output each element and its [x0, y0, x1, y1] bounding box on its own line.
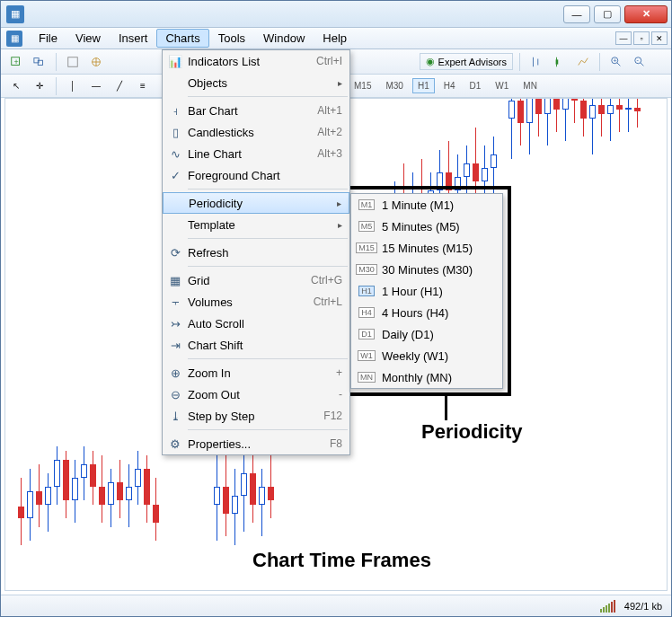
mdi-restore-button[interactable]: ▫ — [633, 31, 650, 45]
maximize-button[interactable]: ▢ — [594, 5, 621, 23]
menu-item-label: Bar Chart — [188, 104, 303, 118]
callout-connector — [445, 395, 447, 420]
submenu-item-label: Weekly (W1) — [382, 349, 448, 363]
candlestick-icon[interactable] — [550, 52, 570, 72]
app-icon: ▦ — [6, 5, 24, 23]
mdi-minimize-button[interactable]: — — [615, 31, 632, 45]
charts-menu-grid[interactable]: ▦GridCtrl+G — [163, 269, 349, 291]
menu-file[interactable]: File — [30, 29, 66, 48]
submenu-item-label: Monthly (MN) — [382, 371, 452, 384]
menu-separator — [188, 266, 348, 267]
zoom-out-icon[interactable]: - — [630, 52, 650, 72]
channel-icon[interactable]: ≡ — [133, 76, 153, 96]
submenu-item-label: 4 Hours (H4) — [382, 306, 448, 320]
periodicity-m30[interactable]: M3030 Minutes (M30) — [351, 259, 502, 280]
periodicity-w1[interactable]: W1Weekly (W1) — [351, 345, 502, 366]
vertical-line-icon[interactable]: │ — [63, 76, 83, 96]
zoom-in-icon[interactable]: + — [606, 52, 626, 72]
charts-menu-zoom-in[interactable]: ⊕Zoom In+ — [163, 362, 349, 383]
close-button[interactable]: ✕ — [624, 5, 668, 23]
menu-item-label: Zoom Out — [188, 388, 324, 401]
title-bar: ▦ — ▢ ✕ — [1, 1, 671, 28]
menu-shortcut: F8 — [315, 437, 342, 450]
zoomin-icon: ⊕ — [163, 366, 188, 380]
charts-menu-indicators-list[interactable]: 📊Indicators ListCtrl+I — [163, 50, 349, 72]
tf-m15-button[interactable]: M15 — [349, 78, 376, 93]
menu-item-label: Periodicity — [189, 197, 337, 210]
submenu-item-label: Daily (D1) — [382, 328, 434, 341]
charts-menu-refresh[interactable]: ⟳Refresh — [163, 242, 349, 263]
menu-item-label: Objects — [188, 76, 338, 90]
tf-mn-button[interactable]: MN — [517, 78, 543, 93]
charts-menu-periodicity[interactable]: Periodicity▸ — [163, 192, 349, 214]
charts-menu-zoom-out[interactable]: ⊖Zoom Out- — [163, 383, 349, 405]
crosshair-tool-icon[interactable]: ✛ — [30, 76, 49, 96]
volumes-icon: ⫟ — [163, 295, 188, 309]
menu-shortcut: Ctrl+G — [296, 274, 342, 286]
mdi-close-button[interactable]: ✕ — [651, 31, 668, 45]
menu-tools[interactable]: Tools — [209, 29, 254, 48]
charts-menu-foreground-chart[interactable]: ✓Foreground Chart — [163, 164, 349, 186]
horizontal-line-icon[interactable]: — — [86, 76, 106, 96]
minimize-button[interactable]: — — [563, 5, 590, 23]
charts-menu-chart-shift[interactable]: ⇥Chart Shift — [163, 334, 349, 356]
menu-shortcut: - — [324, 388, 342, 401]
menu-item-label: Volumes — [188, 295, 299, 309]
tf-h1-button[interactable]: H1 — [412, 78, 435, 93]
menu-charts[interactable]: Charts — [156, 29, 208, 48]
expert-advisors-button[interactable]: ◉ Expert Advisors — [420, 53, 513, 70]
cursor-tool-icon[interactable]: ↖ — [6, 76, 26, 96]
navigator-button[interactable] — [86, 52, 106, 72]
charts-menu-line-chart[interactable]: ∿Line ChartAlt+3 — [163, 143, 349, 164]
menu-shortcut: + — [322, 366, 342, 379]
submenu-item-label: 15 Minutes (M15) — [382, 242, 473, 255]
charts-menu-bar-chart[interactable]: ⫞Bar ChartAlt+1 — [163, 100, 349, 121]
submenu-item-label: 30 Minutes (M30) — [382, 263, 473, 277]
menu-shortcut: Alt+1 — [303, 104, 342, 117]
market-watch-button[interactable] — [63, 52, 83, 72]
zoomout-icon: ⊖ — [163, 388, 188, 401]
submenu-arrow-icon: ▸ — [338, 78, 342, 88]
autoscroll-icon: ↣ — [163, 317, 188, 331]
timeframe-badge-icon: H4 — [351, 307, 382, 318]
bar-icon: ⫞ — [163, 104, 188, 118]
expert-advisors-icon: ◉ — [426, 56, 435, 67]
charts-menu-auto-scroll[interactable]: ↣Auto Scroll — [163, 313, 349, 334]
timeframe-badge-icon: D1 — [351, 329, 382, 339]
periodicity-mn[interactable]: MNMonthly (MN) — [351, 366, 502, 388]
new-chart-button[interactable]: + — [6, 52, 26, 72]
menu-item-label: Indicators List — [188, 55, 302, 68]
tf-w1-button[interactable]: W1 — [490, 78, 514, 93]
profiles-button[interactable] — [30, 52, 49, 72]
tf-d1-button[interactable]: D1 — [464, 78, 487, 93]
tf-h4-button[interactable]: H4 — [438, 78, 461, 93]
svg-rect-4 — [68, 57, 78, 66]
periodicity-submenu: M11 Minute (M1)M55 Minutes (M5)M1515 Min… — [350, 193, 503, 389]
periodicity-d1[interactable]: D1Daily (D1) — [351, 323, 502, 345]
tf-m30-button[interactable]: M30 — [380, 78, 408, 93]
menu-separator — [188, 358, 348, 359]
charts-menu-template[interactable]: Template▸ — [163, 214, 349, 235]
charts-menu-objects[interactable]: Objects▸ — [163, 72, 349, 93]
menu-insert[interactable]: Insert — [110, 29, 157, 48]
menu-help[interactable]: Help — [314, 29, 356, 48]
periodicity-m1[interactable]: M11 Minute (M1) — [351, 194, 502, 216]
periodicity-h4[interactable]: H44 Hours (H4) — [351, 302, 502, 323]
timeframe-badge-icon: M30 — [351, 264, 382, 275]
charts-menu-step-by-step[interactable]: ⤓Step by StepF12 — [163, 405, 349, 427]
timeframe-badge-icon: M15 — [351, 242, 382, 253]
periodicity-m5[interactable]: M55 Minutes (M5) — [351, 216, 502, 237]
charts-menu-candlesticks[interactable]: ▯CandlesticksAlt+2 — [163, 121, 349, 143]
menu-item-label: Refresh — [188, 246, 342, 260]
line-chart-icon[interactable] — [573, 52, 593, 72]
menu-item-label: Step by Step — [188, 410, 309, 423]
charts-menu-properties[interactable]: ⚙Properties...F8 — [163, 433, 349, 454]
trendline-icon[interactable]: ╱ — [110, 76, 129, 96]
bar-chart-icon[interactable] — [526, 52, 546, 72]
menu-window[interactable]: Window — [254, 29, 314, 48]
timeframe-badge-icon: MN — [351, 372, 382, 383]
periodicity-h1[interactable]: H11 Hour (H1) — [351, 280, 502, 302]
charts-menu-volumes[interactable]: ⫟VolumesCtrl+L — [163, 291, 349, 313]
periodicity-m15[interactable]: M1515 Minutes (M15) — [351, 237, 502, 259]
menu-view[interactable]: View — [66, 29, 110, 48]
